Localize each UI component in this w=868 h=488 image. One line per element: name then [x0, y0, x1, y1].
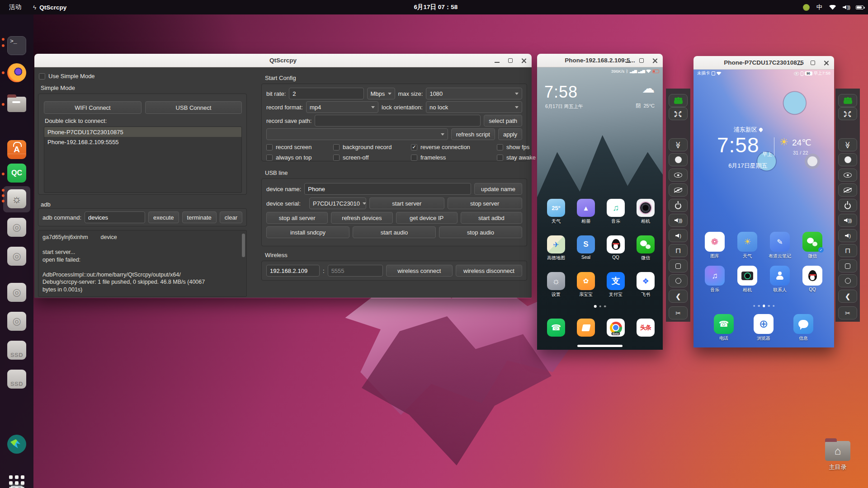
maximize-button[interactable]	[638, 57, 645, 64]
app-qinbaobao[interactable]: ✿亲宝宝	[576, 272, 596, 298]
usb-connect-button[interactable]: USB Connect	[145, 101, 242, 114]
reverse-connection-checkbox[interactable]: ✓	[411, 144, 417, 150]
show-fps-checkbox[interactable]	[497, 144, 503, 150]
record-save-path-input[interactable]	[315, 115, 481, 127]
fullscreen-button[interactable]: ⇖⇗⇙⇘	[838, 107, 857, 120]
execute-button[interactable]: execute	[148, 211, 179, 223]
app-music[interactable]: ♫音乐	[606, 199, 626, 225]
expand-button[interactable]: ≫	[838, 138, 857, 151]
power-button[interactable]	[669, 199, 688, 212]
android-status-icon[interactable]	[803, 4, 810, 11]
dock-app-dialer[interactable]: ☎电话	[714, 314, 734, 342]
screenshot-button[interactable]	[838, 153, 857, 166]
dock-app-dialer[interactable]: ☎	[546, 319, 566, 337]
use-simple-mode-checkbox[interactable]	[39, 73, 45, 80]
dock-item-settings[interactable]: ☼	[7, 189, 26, 208]
log-scrollbar[interactable]	[242, 234, 245, 257]
stop-server-button[interactable]: stop server	[448, 197, 523, 209]
dock-item-files[interactable]	[7, 97, 26, 112]
group-control-button[interactable]	[669, 94, 688, 107]
back-button[interactable]: ❮	[838, 290, 857, 303]
phone1-screen[interactable]: 396K/s ᛒ ▂▄▆ ▂▄▆ 7:58 6月17日 周五上午 ☁ 阴 25°…	[537, 67, 663, 350]
app-contacts[interactable]: 联系人	[770, 266, 790, 293]
dock-app-toutiao[interactable]: 头条	[636, 319, 656, 337]
home-folder-shortcut[interactable]: ⌂ 主目录	[823, 438, 853, 471]
maximize-button[interactable]	[507, 57, 514, 64]
app-youdao-note[interactable]: ✎有道云笔记	[770, 232, 790, 259]
frameless-checkbox[interactable]	[411, 155, 417, 161]
dock-app-chrome[interactable]: Beta	[606, 319, 626, 337]
phone2-titlebar[interactable]: Phone-P7CDU17C23010875	[693, 56, 834, 70]
dock-item-origami-app[interactable]	[7, 435, 26, 454]
start-audio-button[interactable]: start audio	[353, 226, 436, 238]
home-button[interactable]	[838, 274, 857, 287]
install-sndcpy-button[interactable]: install sndcpy	[266, 226, 349, 238]
background-record-checkbox[interactable]	[333, 144, 340, 150]
app-qq[interactable]: QQ	[802, 266, 822, 292]
app-camera[interactable]: 相机	[737, 266, 757, 293]
app-qq[interactable]: QQ	[606, 235, 626, 260]
volume-down-button[interactable]: )	[838, 229, 857, 242]
dock-item-disk-4[interactable]: ◎	[7, 312, 26, 331]
app-gallery[interactable]: ❁图库	[705, 232, 725, 259]
volume-icon[interactable]: )))	[843, 5, 850, 10]
bit-rate-unit-select[interactable]: Mbps	[367, 88, 395, 99]
dock-item-ubuntu-software[interactable]: A	[7, 140, 26, 159]
close-button[interactable]	[521, 57, 527, 64]
app-settings[interactable]: ☼设置	[546, 272, 566, 298]
dock-item-ssd-1[interactable]: SSD	[7, 341, 26, 360]
dock-app-messages[interactable]	[576, 319, 596, 337]
dock-item-qtscrcpy[interactable]: QC	[7, 164, 26, 183]
device-list-item[interactable]: Phone-192.168.2.109:5555	[44, 137, 241, 147]
flip-button[interactable]: ⊓	[669, 244, 688, 257]
app-switch-button[interactable]	[838, 259, 857, 272]
fullscreen-button[interactable]: ⇖⇗⇙⇘	[669, 107, 688, 120]
screen-on-button[interactable]	[838, 169, 857, 182]
device-serial-select[interactable]: P7CDU17C23010	[309, 197, 366, 209]
phone2-screen[interactable]: 未插卡 90 早上7:58 浦东新区 7:58 早上 ☀ 24℃ 31 / 22…	[693, 70, 834, 347]
wifi-connect-button[interactable]: WIFI Connect	[44, 101, 142, 114]
app-weather[interactable]: ☀天气	[737, 232, 757, 259]
flip-button[interactable]: ⊓	[838, 244, 857, 257]
minimize-button[interactable]	[625, 57, 631, 64]
home-button[interactable]	[669, 274, 688, 287]
volume-up-button[interactable]: )))	[669, 214, 688, 227]
dock-item-app-grid[interactable]	[7, 475, 26, 488]
volume-up-button[interactable]: )))	[838, 214, 857, 227]
dock-app-messages[interactable]: 信息	[793, 314, 813, 342]
wireless-ip-input[interactable]: 192.168.2.109	[266, 265, 320, 277]
stop-all-server-button[interactable]: stop all server	[266, 212, 328, 224]
get-device-ip-button[interactable]: get device IP	[396, 212, 458, 224]
stop-audio-button[interactable]: stop audio	[439, 226, 522, 238]
device-name-input[interactable]: Phone	[304, 183, 471, 195]
app-switch-button[interactable]	[669, 259, 688, 272]
screen-off-button[interactable]	[838, 183, 857, 197]
clock-button[interactable]: 6月17日 07：58	[414, 0, 458, 14]
screen-cut-button[interactable]: ✂	[838, 306, 857, 319]
activities-button[interactable]: 活动	[9, 3, 21, 11]
maximize-button[interactable]	[810, 60, 816, 66]
app-alipay[interactable]: 支支付宝	[606, 272, 626, 298]
app-music[interactable]: ♫音乐	[705, 266, 725, 293]
bit-rate-input[interactable]: 2	[289, 88, 363, 99]
screen-off-checkbox[interactable]	[333, 155, 340, 161]
always-on-top-checkbox[interactable]	[266, 155, 273, 161]
app-wechat[interactable]: ✓微信	[802, 232, 822, 259]
phone1-titlebar[interactable]: Phone-192.168.2.109:5...	[537, 54, 663, 67]
update-name-button[interactable]: update name	[474, 183, 522, 195]
back-button[interactable]: ❮	[669, 290, 688, 303]
screen-on-button[interactable]	[669, 169, 688, 182]
lock-orientation-select[interactable]: no lock	[426, 101, 522, 113]
app-wechat[interactable]: 微信	[636, 235, 656, 261]
dock-app-browser[interactable]: ⊕浏览器	[754, 314, 774, 342]
home-indicator[interactable]	[577, 345, 623, 347]
app-camera[interactable]: 相机	[636, 199, 656, 225]
apply-button[interactable]: apply	[498, 128, 522, 140]
adb-command-input[interactable]: devices	[85, 211, 145, 223]
floating-ball[interactable]	[805, 154, 820, 169]
dock-item-disk-2[interactable]: ◎	[7, 247, 26, 266]
terminate-button[interactable]: terminate	[182, 211, 217, 223]
stay-awake-checkbox[interactable]	[497, 155, 503, 161]
clear-button[interactable]: clear	[220, 211, 242, 223]
volume-down-button[interactable]: )	[669, 229, 688, 242]
